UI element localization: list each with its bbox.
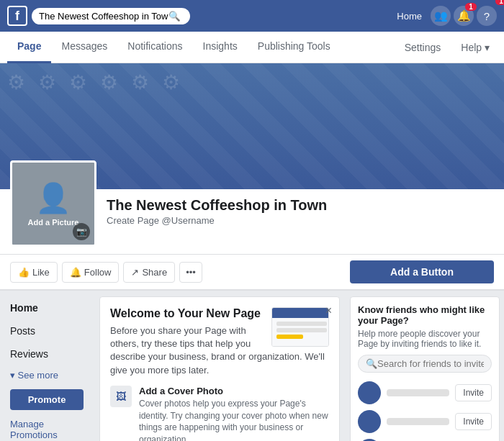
nav-right: Home 1 👥 🔔 1 ? <box>391 6 497 26</box>
share-icon: ↗ <box>131 267 139 278</box>
mini-bar-accent <box>276 335 303 339</box>
person-icon: 👤 <box>35 181 71 215</box>
overlay-icon-4: ⚙ <box>100 71 118 94</box>
home-label: Home <box>397 11 422 22</box>
friends-icon-button[interactable]: 👥 <box>431 6 451 26</box>
top-navigation: f 🔍 Home 1 👥 🔔 1 ? <box>0 0 504 32</box>
overlay-icon-5: ⚙ <box>131 71 149 94</box>
tip-cover-photo: 🖼 Add a Cover Photo Cover photos help yo… <box>110 386 329 441</box>
page-tabs: Page Messages Notifications Insights Pub… <box>0 32 504 63</box>
search-bar[interactable]: 🔍 <box>32 8 190 24</box>
camera-icon: 📷 <box>73 223 90 240</box>
more-label: ••• <box>186 267 196 278</box>
tab-publishing-tools[interactable]: Publishing Tools <box>248 32 341 63</box>
promote-button[interactable]: Promote <box>10 389 84 410</box>
friend-name-1 <box>387 389 449 396</box>
friend-row-3: Invite <box>358 436 492 441</box>
bell-icon: 🔔 <box>457 9 471 22</box>
tab-messages[interactable]: Messages <box>51 32 117 63</box>
search-icon: 🔍 <box>366 358 377 369</box>
profile-action-row: 👍 Like 🔔 Follow ↗ Share ••• Add a Button <box>0 255 504 290</box>
main-layout: Home Posts Reviews ▾ See more Promote Ma… <box>0 291 504 441</box>
home-nav-button[interactable]: Home 1 <box>391 8 428 24</box>
question-icon: ? <box>484 10 490 22</box>
overlay-icon-3: ⚙ <box>69 71 87 94</box>
tip-cover-title: Add a Cover Photo <box>139 386 329 396</box>
tip-cover-desc: Cover photos help you express your Page'… <box>139 398 329 441</box>
add-picture-label: Add a Picture <box>28 218 79 227</box>
left-sidebar: Home Posts Reviews ▾ See more Promote Ma… <box>0 291 94 441</box>
add-button-wrapper: Add a Button <box>350 260 494 283</box>
tab-page[interactable]: Page <box>7 32 51 63</box>
overlay-icon-1: ⚙ <box>7 71 25 94</box>
friends-invite-box: Know friends who might like your Page? H… <box>350 296 500 441</box>
search-button[interactable]: 🔍 <box>168 11 181 22</box>
tabs-right-actions: Settings Help ▾ <box>397 37 497 58</box>
invite-button-2[interactable]: Invite <box>455 413 492 430</box>
share-label: Share <box>142 267 167 278</box>
notif-badge: 1 <box>465 3 477 11</box>
invite-button-1[interactable]: Invite <box>455 384 492 401</box>
settings-button[interactable]: Settings <box>397 37 449 58</box>
follow-button[interactable]: 🔔 Follow <box>62 262 120 283</box>
overlay-icon-2: ⚙ <box>38 71 56 94</box>
sidebar-item-home[interactable]: Home <box>3 296 91 319</box>
mini-content <box>272 308 328 339</box>
help-icon-button[interactable]: ? <box>477 6 497 26</box>
mini-bar-2 <box>276 328 327 332</box>
tip-cover-icon: 🖼 <box>110 386 132 407</box>
sidebar-item-posts[interactable]: Posts <box>3 319 91 342</box>
like-label: Like <box>32 267 50 278</box>
friend-avatar-1 <box>358 381 381 404</box>
tab-notifications[interactable]: Notifications <box>117 32 192 63</box>
friends-box-subtitle: Help more people discover your Page by i… <box>358 329 492 349</box>
friends-icon: 👥 <box>434 9 448 22</box>
see-more-link[interactable]: ▾ See more <box>3 365 91 385</box>
friend-avatar-2 <box>358 410 381 433</box>
friend-row-2: Invite <box>358 407 492 436</box>
friend-search-bar[interactable]: 🔍 <box>358 355 492 373</box>
mini-bar-1 <box>276 322 327 326</box>
overlay-icon-6: ⚙ <box>162 71 180 94</box>
nav-left: f 🔍 <box>7 6 190 26</box>
welcome-preview-image <box>271 307 329 347</box>
more-button[interactable]: ••• <box>179 262 202 283</box>
follow-icon: 🔔 <box>70 267 81 278</box>
facebook-logo: f <box>7 6 27 26</box>
like-button[interactable]: 👍 Like <box>10 262 58 283</box>
cover-and-profile-area: ⚙ ⚙ ⚙ ⚙ ⚙ ⚙ 👤 Add a Picture 📷 The Newest… <box>0 63 504 291</box>
friend-row-1: Invite <box>358 378 492 407</box>
friend-search-input[interactable] <box>377 358 484 369</box>
search-input[interactable] <box>39 11 168 22</box>
mini-browser <box>272 308 328 346</box>
tip-cover-text: Add a Cover Photo Cover photos help you … <box>139 386 329 441</box>
profile-photo[interactable]: 👤 Add a Picture 📷 <box>10 160 96 247</box>
follow-label: Follow <box>84 267 112 278</box>
page-name: The Newest Coffeeshop in Town <box>107 196 484 214</box>
share-button[interactable]: ↗ Share <box>123 262 175 283</box>
notifications-icon-button[interactable]: 🔔 1 <box>454 6 474 26</box>
help-button[interactable]: Help ▾ <box>454 37 497 58</box>
welcome-close-button[interactable]: × <box>325 304 332 317</box>
center-column: × Welcome to Your New Page Before you sh… <box>94 291 346 441</box>
friends-box-title: Know friends who might like your Page? <box>358 304 492 326</box>
friend-name-2 <box>387 418 449 425</box>
tab-insights[interactable]: Insights <box>193 32 248 63</box>
sidebar-item-reviews[interactable]: Reviews <box>3 342 91 365</box>
welcome-box: × Welcome to Your New Page Before you sh… <box>99 296 340 441</box>
add-button-cta[interactable]: Add a Button <box>350 260 494 283</box>
home-badge: 1 <box>495 0 504 5</box>
right-sidebar: Know friends who might like your Page? H… <box>346 291 504 441</box>
thumbs-up-icon: 👍 <box>18 267 30 278</box>
page-username[interactable]: Create Page @Username <box>107 215 484 226</box>
manage-promotions-link[interactable]: Manage Promotions <box>3 414 91 441</box>
